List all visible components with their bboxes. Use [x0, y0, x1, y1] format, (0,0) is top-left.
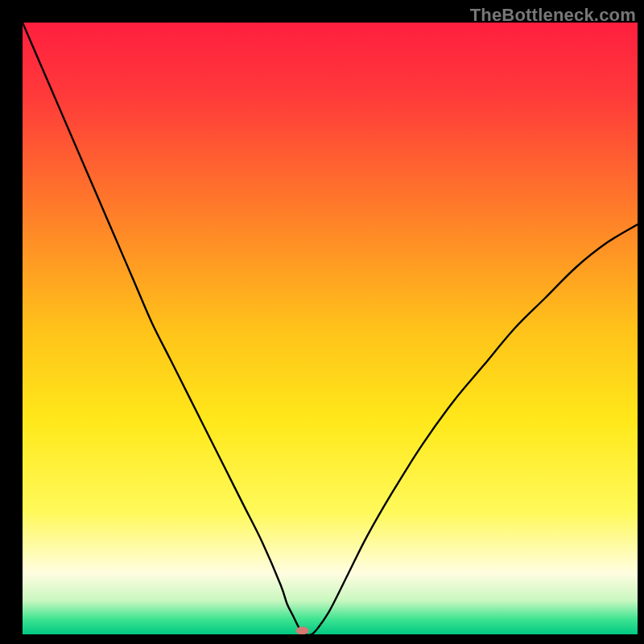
chart-container: TheBottleneck.com	[0, 0, 644, 644]
axis-frame	[0, 634, 644, 644]
bottleneck-chart	[0, 0, 644, 644]
watermark-label: TheBottleneck.com	[470, 5, 636, 26]
optimal-marker	[296, 626, 309, 634]
plot-background-gradient	[23, 23, 638, 634]
axis-frame	[0, 0, 23, 644]
axis-frame	[638, 0, 644, 644]
